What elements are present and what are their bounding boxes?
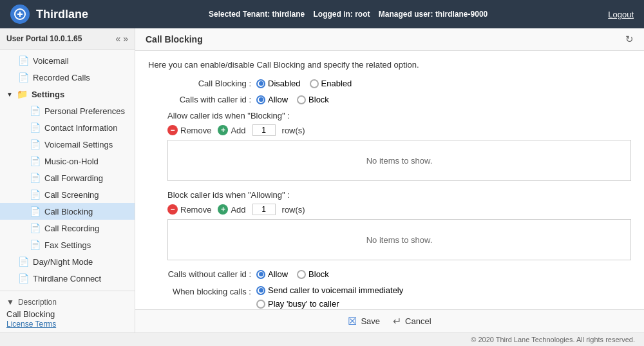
radio-dot-block bbox=[297, 95, 306, 104]
without-id-allow[interactable]: Allow bbox=[256, 269, 288, 279]
main-layout: User Portal 10.0.1.65 « » 📄 Voicemail 📄 … bbox=[0, 28, 644, 332]
sidebar-item-label: Day/Night Mode bbox=[33, 257, 93, 267]
sidebar-nav: 📄 Voicemail 📄 Recorded Calls ▼ 📁 Setting… bbox=[0, 50, 135, 291]
description-toggle[interactable]: ▼ Description bbox=[6, 295, 128, 309]
sidebar-item-voicemail[interactable]: 📄 Voicemail bbox=[0, 52, 135, 69]
sidebar-item-voicemail-settings[interactable]: 📄 Voicemail Settings bbox=[0, 136, 135, 153]
block-label: Block bbox=[308, 269, 329, 279]
folder-icon: 📁 bbox=[17, 89, 28, 99]
logo-icon bbox=[10, 5, 30, 24]
calls-without-id-row: Calls without caller id : Allow Block bbox=[148, 269, 631, 279]
caller-id-block[interactable]: Block bbox=[297, 95, 329, 104]
block-section: Block caller ids when "Allowing" : − Rem… bbox=[167, 190, 631, 260]
sidebar-item-call-blocking[interactable]: 📄 Call Blocking bbox=[0, 203, 135, 220]
sidebar-item-label: Voicemail bbox=[33, 56, 69, 66]
save-button[interactable]: ☒ Save bbox=[348, 315, 380, 327]
radio-dot-enabled bbox=[310, 79, 319, 88]
description-value: Call Blocking bbox=[6, 309, 128, 319]
blocking-options-group: Send caller to voicemail immediately Pla… bbox=[256, 285, 434, 309]
doc-icon: 📄 bbox=[30, 189, 41, 200]
copyright-text: © 2020 Third Lane Technologies. All righ… bbox=[471, 336, 635, 343]
sidebar-item-music-on-hold[interactable]: 📄 Music-on-Hold bbox=[0, 153, 135, 169]
doc-icon: 📄 bbox=[30, 106, 41, 116]
allow-label: Allow bbox=[268, 269, 288, 279]
tenant-name: thirdlane bbox=[272, 10, 305, 19]
add-icon: + bbox=[218, 125, 228, 135]
caller-id-allow[interactable]: Allow bbox=[256, 95, 288, 104]
block-add-button[interactable]: + Add bbox=[218, 204, 245, 215]
allow-empty-table: No items to show. bbox=[167, 140, 631, 181]
sidebar-item-personal-preferences[interactable]: 📄 Personal Preferences bbox=[0, 102, 135, 119]
doc-icon: 📄 bbox=[30, 240, 41, 250]
page-footer: © 2020 Third Lane Technologies. All righ… bbox=[0, 332, 644, 346]
content-area: Call Blocking ↻ Here you can enable/disa… bbox=[135, 28, 644, 332]
calls-caller-id-row: Calls with caller id : Allow Block bbox=[148, 95, 631, 104]
license-terms-link[interactable]: License Terms bbox=[6, 320, 56, 329]
sidebar-item-label: Call Screening bbox=[44, 190, 99, 200]
sidebar-item-recorded-calls[interactable]: 📄 Recorded Calls bbox=[0, 69, 135, 86]
without-id-block[interactable]: Block bbox=[297, 269, 329, 279]
disabled-label: Disabled bbox=[268, 79, 301, 88]
sidebar-item-fax-settings[interactable]: 📄 Fax Settings bbox=[0, 236, 135, 253]
sidebar-item-label: Recorded Calls bbox=[33, 73, 90, 82]
block-rows-input[interactable] bbox=[252, 204, 276, 215]
allow-action-bar: − Remove + Add row(s) bbox=[167, 124, 631, 136]
remove-label: Remove bbox=[180, 126, 211, 135]
sidebar-item-call-forwarding[interactable]: 📄 Call Forwarding bbox=[0, 169, 135, 186]
doc-icon: 📄 bbox=[18, 55, 29, 66]
refresh-icon[interactable]: ↻ bbox=[625, 34, 634, 45]
sidebar-item-label: Thirdlane Connect bbox=[33, 274, 101, 284]
allow-section-label: Allow caller ids when "Blocking" : bbox=[167, 111, 631, 120]
sidebar-item-day-night-mode[interactable]: 📄 Day/Night Mode bbox=[0, 253, 135, 270]
sidebar-item-thirdlane-connect[interactable]: 📄 Thirdlane Connect bbox=[0, 270, 135, 287]
logout-button[interactable]: Logout bbox=[608, 10, 634, 19]
sidebar-collapse-buttons[interactable]: « » bbox=[115, 34, 128, 44]
doc-icon: 📄 bbox=[18, 72, 29, 82]
block-remove-button[interactable]: − Remove bbox=[167, 204, 211, 215]
tenant-info: Selected Tenant: thirdlane Logged in: ro… bbox=[88, 10, 608, 19]
blocking-option-voicemail[interactable]: Send caller to voicemail immediately bbox=[256, 285, 434, 295]
call-blocking-row: Call Blocking : Disabled Enabled bbox=[148, 79, 631, 88]
calls-without-id-radio-group: Allow Block bbox=[256, 269, 329, 279]
doc-icon: 📄 bbox=[18, 256, 29, 267]
save-label: Save bbox=[361, 316, 380, 326]
logged-in-user: root bbox=[355, 10, 370, 19]
allow-remove-button[interactable]: − Remove bbox=[167, 125, 211, 135]
call-blocking-enabled[interactable]: Enabled bbox=[310, 79, 352, 88]
sidebar-item-call-screening[interactable]: 📄 Call Screening bbox=[0, 186, 135, 203]
header: Thirdlane Selected Tenant: thirdlane Log… bbox=[0, 0, 644, 28]
tenant-label: Selected Tenant: bbox=[209, 10, 270, 19]
remove-label: Remove bbox=[180, 205, 211, 215]
remove-icon: − bbox=[167, 204, 178, 215]
collapse-right-icon[interactable]: » bbox=[123, 34, 128, 44]
cancel-button[interactable]: ↵ Cancel bbox=[393, 315, 431, 327]
blocking-option-label: Send caller to voicemail immediately bbox=[268, 285, 403, 295]
when-blocking-label: When blocking calls : bbox=[148, 285, 251, 296]
managed-user: thirdlane-9000 bbox=[435, 10, 488, 19]
sidebar-item-contact-information[interactable]: 📄 Contact Information bbox=[0, 119, 135, 136]
portal-version: User Portal 10.0.1.65 bbox=[6, 34, 82, 43]
block-action-bar: − Remove + Add row(s) bbox=[167, 204, 631, 215]
call-blocking-disabled[interactable]: Disabled bbox=[256, 79, 301, 88]
sidebar-item-label: Fax Settings bbox=[44, 240, 91, 250]
blocking-option-busy[interactable]: Play 'busy' to caller bbox=[256, 299, 434, 309]
allow-rows-input[interactable] bbox=[252, 124, 276, 136]
block-rows-label: row(s) bbox=[282, 205, 305, 215]
sidebar-item-call-recording[interactable]: 📄 Call Recording bbox=[0, 220, 135, 236]
radio-dot-allow bbox=[256, 270, 265, 279]
sidebar-section-settings[interactable]: ▼ 📁 Settings bbox=[0, 86, 135, 102]
sidebar-footer: ▼ Description Call Blocking License Term… bbox=[0, 291, 135, 332]
allow-add-button[interactable]: + Add bbox=[218, 125, 245, 135]
add-icon: + bbox=[218, 204, 228, 215]
sidebar-item-label: Call Forwarding bbox=[44, 173, 103, 183]
sidebar-item-label: Voicemail Settings bbox=[44, 140, 113, 149]
collapse-left-icon[interactable]: « bbox=[115, 34, 120, 44]
radio-dot-allow bbox=[256, 95, 265, 104]
description-toggle-label: Description bbox=[18, 298, 57, 307]
content-body: Here you can enable/disable Call Blockin… bbox=[135, 51, 644, 309]
radio-dot-disabled bbox=[256, 79, 265, 88]
cancel-icon: ↵ bbox=[393, 315, 401, 327]
sidebar-item-label: Music-on-Hold bbox=[44, 157, 99, 166]
calls-caller-id-label: Calls with caller id : bbox=[148, 95, 251, 104]
description-text: Here you can enable/disable Call Blockin… bbox=[148, 60, 631, 70]
